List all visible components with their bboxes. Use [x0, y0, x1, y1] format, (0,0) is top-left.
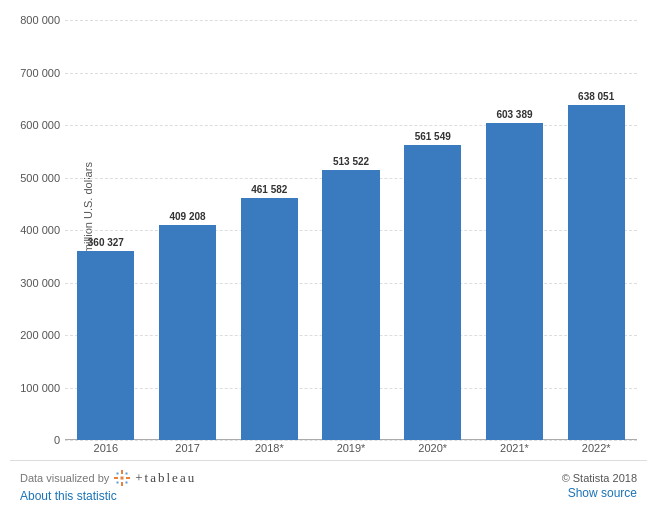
- bar[interactable]: [568, 105, 625, 440]
- tableau-svg-icon: [113, 469, 131, 487]
- bar-value-label: 360 327: [88, 237, 124, 248]
- bar-value-label: 409 208: [170, 211, 206, 222]
- footer-right: © Statista 2018 Show source: [562, 472, 637, 500]
- svg-rect-2: [114, 477, 118, 479]
- bar[interactable]: [77, 251, 134, 440]
- bar-group: 638 051: [555, 20, 637, 440]
- svg-rect-7: [126, 482, 128, 484]
- x-axis-label: 2017: [147, 442, 229, 454]
- x-axis-labels: 201620172018*2019*2020*2021*2022*: [65, 442, 637, 454]
- y-axis-tick-label: 700 000: [15, 67, 60, 79]
- grid-line: [65, 440, 637, 441]
- svg-rect-5: [126, 473, 128, 475]
- tableau-name: +tableau: [135, 470, 196, 486]
- bar-value-label: 461 582: [251, 184, 287, 195]
- y-axis-tick-label: 800 000: [15, 14, 60, 26]
- bar-value-label: 561 549: [415, 131, 451, 142]
- x-axis-label: 2018*: [228, 442, 310, 454]
- bar-group: 461 582: [228, 20, 310, 440]
- bar-group: 603 389: [474, 20, 556, 440]
- bar[interactable]: [404, 145, 461, 440]
- bar-value-label: 638 051: [578, 91, 614, 102]
- svg-rect-8: [121, 477, 124, 480]
- bar-group: 409 208: [147, 20, 229, 440]
- bar[interactable]: [486, 123, 543, 440]
- footer-left: Data visualized by +tabl: [20, 469, 196, 503]
- tableau-logo: Data visualized by +tabl: [20, 469, 196, 487]
- y-axis-tick-label: 200 000: [15, 329, 60, 341]
- svg-rect-0: [121, 470, 123, 474]
- data-visualized-label: Data visualized by: [20, 472, 109, 484]
- bar-group: 360 327: [65, 20, 147, 440]
- x-axis-label: 2020*: [392, 442, 474, 454]
- grid-and-bars: 800 000700 000600 000500 000400 000300 0…: [65, 20, 637, 440]
- footer: Data visualized by +tabl: [10, 460, 647, 511]
- x-axis-label: 2022*: [555, 442, 637, 454]
- svg-rect-1: [121, 482, 123, 486]
- x-axis-label: 2019*: [310, 442, 392, 454]
- show-source-link[interactable]: Show source: [568, 486, 637, 500]
- bar-group: 513 522: [310, 20, 392, 440]
- about-statistic-link[interactable]: About this statistic: [20, 489, 196, 503]
- bar-group: 561 549: [392, 20, 474, 440]
- chart-area: Revenue in million U.S. dollars 800 0007…: [65, 20, 637, 454]
- bars-wrapper: 360 327409 208461 582513 522561 549603 3…: [65, 20, 637, 440]
- bar[interactable]: [322, 170, 379, 440]
- y-axis-tick-label: 100 000: [15, 382, 60, 394]
- y-axis-tick-label: 400 000: [15, 224, 60, 236]
- y-axis-tick-label: 300 000: [15, 277, 60, 289]
- y-axis-tick-label: 600 000: [15, 119, 60, 131]
- copyright-text: © Statista 2018: [562, 472, 637, 484]
- bar-value-label: 513 522: [333, 156, 369, 167]
- x-axis-label: 2016: [65, 442, 147, 454]
- chart-container: Revenue in million U.S. dollars 800 0007…: [0, 0, 657, 511]
- bar-value-label: 603 389: [496, 109, 532, 120]
- y-axis-tick-label: 500 000: [15, 172, 60, 184]
- tableau-icon: [113, 469, 131, 487]
- svg-rect-4: [117, 473, 119, 475]
- x-axis-label: 2021*: [474, 442, 556, 454]
- y-axis-tick-label: 0: [15, 434, 60, 446]
- svg-rect-6: [117, 482, 119, 484]
- bar[interactable]: [241, 198, 298, 440]
- bar[interactable]: [159, 225, 216, 440]
- svg-rect-3: [126, 477, 130, 479]
